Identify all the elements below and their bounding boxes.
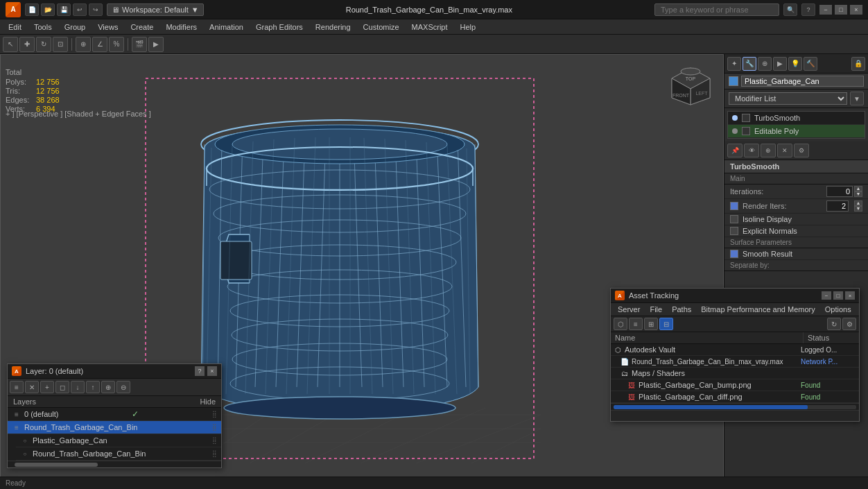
redo-btn[interactable]: ↪ [89, 3, 103, 16]
modifier-list-dropdown[interactable]: Modifier List [729, 92, 847, 105]
angle-snap-btn[interactable]: ∠ [92, 37, 107, 52]
layer-select-btn[interactable]: ◻ [55, 381, 69, 393]
layer-move-down-btn[interactable]: ↓ [71, 381, 85, 393]
menu-edit[interactable]: Edit [3, 22, 27, 33]
iterations-down-btn[interactable]: ▼ [854, 191, 862, 197]
turbosmooth-enable-checkbox[interactable] [742, 114, 750, 122]
search-input[interactable] [654, 3, 779, 16]
show-result-btn[interactable]: 👁 [744, 144, 759, 157]
rotate-tool-btn[interactable]: ↻ [36, 37, 51, 52]
minimize-btn[interactable]: − [819, 5, 832, 15]
layer-item-round-trash[interactable]: ≡ Round_Trash_Garbage_Can_Bin ⣿ [8, 421, 221, 434]
render-iters-down-btn[interactable]: ▼ [854, 206, 862, 212]
hierarchy-panel-btn[interactable]: ⊕ [758, 57, 772, 71]
asset-row-autodesk-vault[interactable]: ⬡ Autodesk Vault Logged O... [611, 344, 859, 356]
scale-tool-btn[interactable]: ⊡ [53, 37, 68, 52]
asset-menu-options[interactable]: Options [821, 304, 856, 314]
asset-panel-minimize-btn[interactable]: − [822, 291, 831, 300]
menu-animation[interactable]: Animation [204, 22, 249, 33]
snap-toggle-btn[interactable]: ⊕ [76, 37, 91, 52]
motion-panel-btn[interactable]: ▶ [773, 57, 787, 71]
layer-add-btn[interactable]: + [40, 381, 54, 393]
asset-settings-btn[interactable]: ⚙ [842, 318, 856, 330]
utilities-panel-btn[interactable]: 🔨 [804, 57, 817, 71]
quick-render-btn[interactable]: ▶ [148, 37, 164, 52]
render-btn[interactable]: 🎬 [132, 37, 147, 52]
smooth-result-checkbox[interactable] [730, 250, 738, 258]
remove-modifier-btn[interactable]: ✕ [777, 144, 792, 157]
menu-maxscript[interactable]: MAXScript [406, 22, 453, 33]
menu-help[interactable]: Help [455, 22, 482, 33]
new-file-btn[interactable]: 📄 [25, 3, 39, 16]
undo-btn[interactable]: ↩ [73, 3, 87, 16]
menu-customize[interactable]: Customize [358, 22, 405, 33]
asset-row-bump[interactable]: 🖼 Plastic_Garbage_Can_bump.png Found [611, 379, 859, 391]
layer-panel-help-btn[interactable]: ? [195, 366, 205, 376]
save-file-btn[interactable]: 💾 [57, 3, 71, 16]
asset-row-max-file[interactable]: 📄 Round_Trash_Garbage_Can_Bin_max_vray.m… [611, 356, 859, 368]
maximize-btn[interactable]: □ [835, 5, 847, 15]
navigation-cube[interactable]: TOP FRONT LEFT [668, 65, 713, 110]
make-unique-btn[interactable]: ⊕ [761, 144, 776, 157]
help-btn[interactable]: ? [801, 3, 815, 16]
iterations-input[interactable] [826, 186, 853, 197]
open-file-btn[interactable]: 📂 [41, 3, 55, 16]
layer-move-up-btn[interactable]: ↑ [86, 381, 100, 393]
display-panel-btn[interactable]: 💡 [788, 57, 802, 71]
asset-thumb-btn[interactable]: ⊞ [644, 318, 658, 330]
layer-expand-btn[interactable]: ⊕ [101, 381, 115, 393]
asset-menu-file[interactable]: File [645, 304, 666, 314]
create-panel-btn[interactable]: ✦ [727, 57, 741, 71]
close-btn[interactable]: × [850, 5, 862, 15]
isoline-checkbox[interactable] [730, 215, 738, 223]
asset-refresh-btn[interactable]: ↻ [827, 318, 841, 330]
pin-stack-btn[interactable]: 📌 [727, 144, 743, 157]
move-tool-btn[interactable]: ✚ [19, 37, 35, 52]
layer-item-0[interactable]: ≡ 0 (default) ✓ ⣿ [8, 408, 221, 421]
asset-table-btn[interactable]: ⊟ [659, 318, 673, 330]
modifier-turbosmooth[interactable]: TurboSmooth [728, 112, 865, 125]
configure-modifier-sets-btn[interactable]: ⚙ [794, 144, 809, 157]
asset-list-btn[interactable]: ≡ [629, 318, 643, 330]
iterations-up-btn[interactable]: ▲ [854, 186, 862, 191]
layer-collapse-btn[interactable]: ⊖ [116, 381, 130, 393]
layer-item-plastic-can[interactable]: ○ Plastic_Garbage_Can ⣿ [16, 434, 221, 447]
render-iters-up-btn[interactable]: ▲ [854, 200, 862, 206]
menu-rendering[interactable]: Rendering [310, 22, 356, 33]
layer-item-round-trash-child[interactable]: ○ Round_Trash_Garbage_Can_Bin ⣿ [16, 447, 221, 461]
modifier-dropdown-arrow[interactable]: ▼ [850, 92, 864, 105]
panel-lock-btn[interactable]: 🔒 [851, 57, 865, 71]
object-color-swatch[interactable] [729, 76, 738, 86]
asset-rows: ⬡ Autodesk Vault Logged O... 📄 Round_Tra… [611, 344, 859, 403]
asset-row-maps-shaders[interactable]: 🗂 Maps / Shaders [611, 368, 859, 379]
explicit-normals-checkbox[interactable] [730, 227, 738, 235]
modify-panel-btn[interactable]: 🔧 [743, 57, 756, 71]
asset-row-diff[interactable]: 🖼 Plastic_Garbage_Can_diff.png Found [611, 391, 859, 403]
menu-group[interactable]: Group [59, 22, 92, 33]
menu-create[interactable]: Create [125, 22, 159, 33]
object-name-input[interactable] [741, 76, 864, 87]
menu-views[interactable]: Views [92, 22, 123, 33]
layer-delete-btn[interactable]: ✕ [25, 381, 39, 393]
menu-graph-editors[interactable]: Graph Editors [250, 22, 309, 33]
asset-menu-bitmap-perf[interactable]: Bitmap Performance and Memory [697, 304, 819, 314]
editablepoly-enable-checkbox[interactable] [742, 127, 750, 135]
layer-panel-scrollbar[interactable] [8, 461, 221, 467]
percent-snap-btn[interactable]: % [109, 37, 124, 52]
asset-panel-close-btn[interactable]: × [845, 291, 855, 300]
asset-menu-server[interactable]: Server [614, 304, 644, 314]
select-tool-btn[interactable]: ↖ [3, 37, 18, 52]
asset-panel-maximize-btn[interactable]: □ [833, 291, 843, 300]
search-btn[interactable]: 🔍 [783, 3, 797, 16]
workspace-dropdown[interactable]: 🖥 Workspace: Default ▼ [107, 3, 204, 16]
menu-tools[interactable]: Tools [28, 22, 58, 33]
render-iters-checkbox[interactable] [730, 202, 738, 210]
menu-modifiers[interactable]: Modifiers [160, 22, 202, 33]
asset-menu-paths[interactable]: Paths [668, 304, 695, 314]
layer-panel-close-btn[interactable]: × [207, 366, 217, 376]
asset-vault-btn[interactable]: ⬡ [614, 318, 627, 330]
layer-new-btn[interactable]: ≡ [10, 381, 24, 393]
modifier-editable-poly[interactable]: Editable Poly [728, 125, 865, 138]
layer-scrollbar-thumb[interactable] [15, 463, 98, 467]
render-iters-input[interactable] [826, 200, 849, 212]
